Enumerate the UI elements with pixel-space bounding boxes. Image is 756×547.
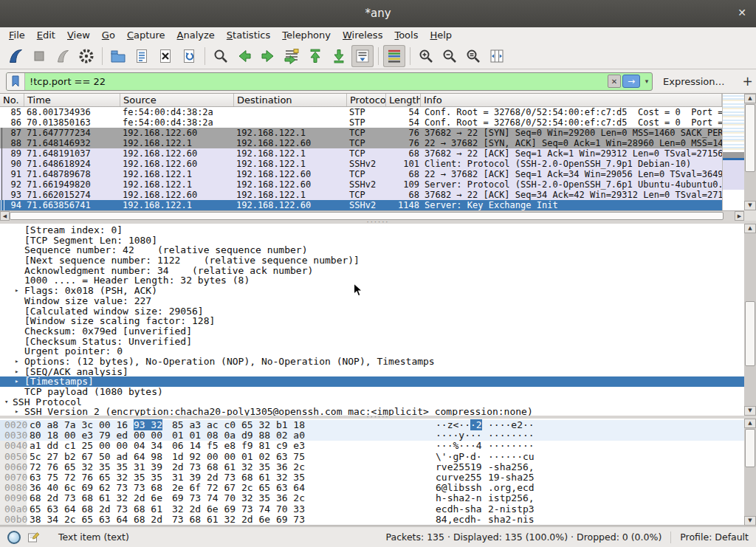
display-filter-input[interactable]: !tcp.port == 22 ✕ → ▾	[6, 72, 653, 91]
colorize-packets-icon[interactable]	[383, 45, 405, 67]
collapsed-arrow-icon[interactable]: ▸	[15, 357, 18, 367]
menu-item-wireless[interactable]: Wireless	[337, 28, 388, 42]
packet-row-92[interactable]: 9271.661949820192.168.122.1192.168.122.6…	[0, 179, 722, 190]
zoom-in-icon[interactable]	[415, 45, 437, 67]
menu-item-analyze[interactable]: Analyze	[171, 28, 221, 42]
detail-line[interactable]: ▾SSH Protocol	[0, 397, 744, 407]
profile-status[interactable]: Profile: Default	[680, 531, 749, 543]
collapsed-arrow-icon[interactable]: ▸	[15, 286, 18, 296]
detail-line[interactable]: Window size value: 227	[0, 296, 744, 306]
packet-row-87[interactable]: 8771.647777234192.168.122.60192.168.122.…	[0, 128, 722, 138]
packet-row-91[interactable]: 9171.648789678192.168.122.1192.168.122.6…	[0, 169, 722, 179]
expression-button[interactable]: Expression…	[663, 76, 725, 87]
scroll-right-icon[interactable]: ▶	[735, 211, 744, 221]
open-capture-file-icon[interactable]	[107, 45, 129, 67]
scrollbar-thumb[interactable]	[745, 301, 755, 366]
hex-row-0060[interactable]: 006072 76 65 32 35 35 31 392d 73 68 61 3…	[0, 462, 744, 472]
detail-line[interactable]: Sequence number: 42 (relative sequence n…	[0, 245, 744, 255]
packet-row-89[interactable]: 8971.648191037192.168.122.60192.168.122.…	[0, 148, 722, 159]
packet-row-90[interactable]: 9071.648618924192.168.122.60192.168.122.…	[0, 159, 722, 169]
save-capture-file-icon[interactable]	[131, 45, 153, 67]
column-header-no[interactable]: No.	[0, 94, 24, 106]
filter-text[interactable]: !tcp.port == 22	[25, 76, 608, 87]
filter-clear-icon[interactable]: ✕	[608, 75, 621, 88]
auto-scroll-icon[interactable]	[351, 45, 374, 67]
hex-row-0050[interactable]: 00505c 27 b2 67 50 ad 64 981d 92 00 00 0…	[0, 452, 744, 462]
scroll-down-icon[interactable]: ▼	[744, 201, 756, 210]
menu-item-edit[interactable]: Edit	[31, 28, 61, 42]
close-window-icon[interactable]: ✕	[738, 7, 746, 18]
details-vscrollbar[interactable]: ▲ ▼	[744, 224, 756, 416]
filter-bookmark-icon[interactable]	[7, 73, 25, 90]
detail-line[interactable]: Checksum: 0x79ed [unverified]	[0, 326, 744, 337]
restart-capture-icon[interactable]	[52, 45, 74, 67]
detail-line[interactable]: 1000 .... = Header Length: 32 bytes (8)	[0, 275, 744, 286]
column-header-time[interactable]: Time	[24, 94, 120, 106]
menu-item-telephony[interactable]: Telephony	[276, 28, 337, 42]
add-filter-button[interactable]: +	[743, 74, 753, 89]
start-capture-icon[interactable]	[4, 45, 27, 67]
collapsed-arrow-icon[interactable]: ▸	[15, 376, 18, 387]
detail-line[interactable]: ▸Options: (12 bytes), No-Operation (NOP)…	[0, 357, 744, 367]
go-back-icon[interactable]	[233, 45, 255, 67]
detail-line[interactable]: [Stream index: 0]	[0, 225, 744, 235]
hex-row-0030[interactable]: 003080 18 00 e3 79 ed 00 0001 01 08 0a d…	[0, 430, 744, 441]
packet-row-93[interactable]: 9371.662015274192.168.122.60192.168.122.…	[0, 190, 722, 200]
scrollbar-thumb[interactable]	[745, 429, 755, 467]
collapsed-arrow-icon[interactable]: ▸	[15, 407, 18, 416]
collapsed-arrow-icon[interactable]: ▸	[15, 367, 18, 377]
scroll-down-icon[interactable]: ▼	[744, 516, 756, 526]
packet-row-94[interactable]: 9471.663856741192.168.122.1192.168.122.6…	[0, 200, 722, 210]
menu-item-statistics[interactable]: Statistics	[221, 28, 276, 42]
column-header-info[interactable]: Info	[421, 94, 722, 106]
scroll-left-icon[interactable]: ◀	[0, 211, 10, 221]
detail-line[interactable]: TCP payload (1080 bytes)	[0, 387, 744, 397]
hex-row-0090[interactable]: 009068 2d 73 68 61 32 2d 6e69 73 74 70 3…	[0, 493, 744, 503]
scroll-up-icon[interactable]: ▲	[744, 419, 756, 428]
menu-item-help[interactable]: Help	[424, 28, 458, 42]
hex-row-0040[interactable]: 0040a1 dd c1 25 00 00 04 3406 14 f5 e8 f…	[0, 441, 744, 451]
go-last-packet-icon[interactable]	[328, 45, 350, 67]
resize-columns-icon[interactable]	[486, 45, 508, 67]
scroll-down-icon[interactable]: ▼	[744, 406, 756, 416]
detail-line[interactable]: ▸[Timestamps]	[0, 376, 744, 387]
menu-item-capture[interactable]: Capture	[121, 28, 171, 42]
scroll-up-icon[interactable]: ▲	[744, 94, 756, 103]
detail-line[interactable]: [Calculated window size: 29056]	[0, 306, 744, 317]
zoom-out-icon[interactable]	[439, 45, 461, 67]
hex-row-0070[interactable]: 007063 75 72 76 65 32 35 3531 39 2d 73 6…	[0, 472, 744, 483]
detail-line[interactable]: [TCP Segment Len: 1080]	[0, 235, 744, 246]
capture-comment-icon[interactable]	[27, 531, 39, 543]
detail-line[interactable]: ▸Flags: 0x018 (PSH, ACK)	[0, 286, 744, 296]
go-to-packet-icon[interactable]	[281, 45, 303, 67]
hex-row-00b0[interactable]: 00b038 34 2c 65 63 64 68 2d73 68 61 32 2…	[0, 515, 744, 525]
filter-apply-icon[interactable]: →	[622, 75, 640, 88]
detail-line[interactable]: ▸[SEQ/ACK analysis]	[0, 367, 744, 377]
packet-row-85[interactable]: 8568.001734936fe:54:00:d4:38:2aSTP54Conf…	[0, 107, 722, 117]
hex-row-0020[interactable]: 0020c0 a8 7a 3c 00 16 93 3285 a3 ac c0 6…	[0, 420, 744, 430]
packet-row-88[interactable]: 8871.648146932192.168.122.1192.168.122.6…	[0, 138, 722, 148]
column-header-destination[interactable]: Destination	[234, 94, 347, 106]
reload-capture-file-icon[interactable]	[178, 45, 200, 67]
intelligent-scrollbar-minimap[interactable]	[722, 94, 744, 210]
menu-item-tools[interactable]: Tools	[388, 28, 424, 42]
expanded-arrow-icon[interactable]: ▾	[4, 397, 8, 407]
expert-info-icon[interactable]	[7, 531, 21, 544]
stop-capture-icon[interactable]	[28, 45, 50, 67]
bytes-vscrollbar[interactable]: ▲ ▼	[744, 419, 756, 526]
go-forward-icon[interactable]	[257, 45, 279, 67]
detail-line[interactable]: [Checksum Status: Unverified]	[0, 337, 744, 347]
column-header-protocol[interactable]: Protocol	[347, 94, 386, 106]
hex-row-0080[interactable]: 008036 40 6c 69 62 73 73 682e 6f 72 67 2…	[0, 483, 744, 493]
zoom-original-icon[interactable]	[462, 45, 484, 67]
packet-row-86[interactable]: 8670.013850163fe:54:00:d4:38:2aSTP54Conf…	[0, 117, 722, 128]
go-first-packet-icon[interactable]	[304, 45, 326, 67]
menu-item-view[interactable]: View	[61, 28, 96, 42]
hex-row-00a0[interactable]: 00a065 63 64 68 2d 73 68 6132 2d 6e 69 7…	[0, 504, 744, 515]
scrollbar-thumb[interactable]	[745, 104, 755, 172]
detail-line[interactable]: Acknowledgment number: 34 (relative ack …	[0, 266, 744, 276]
menu-item-file[interactable]: File	[3, 28, 31, 42]
column-header-length[interactable]: Length	[386, 94, 421, 106]
capture-options-icon[interactable]	[75, 45, 97, 67]
detail-line[interactable]: [Next sequence number: 1122 (relative se…	[0, 255, 744, 266]
